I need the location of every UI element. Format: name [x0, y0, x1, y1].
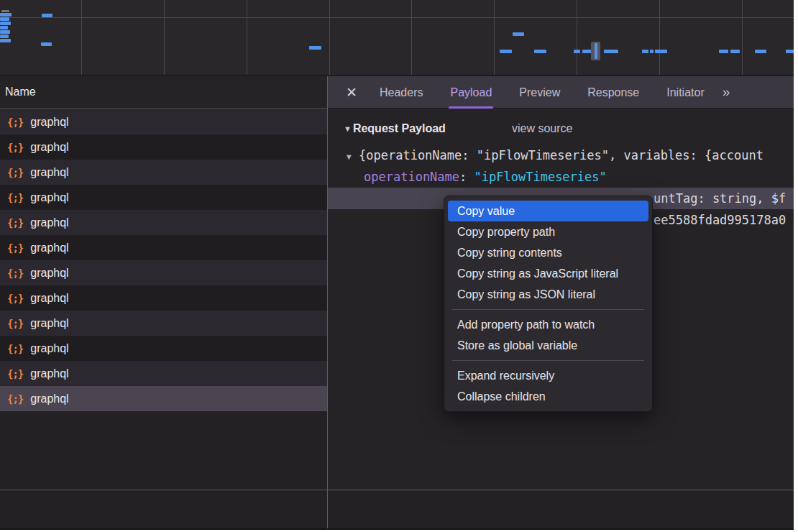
network-overview[interactable]: [0, 0, 794, 75]
menu-item-collapse-children[interactable]: Collapse children: [448, 386, 648, 407]
request-row[interactable]: {;}graphql: [0, 160, 327, 185]
request-row[interactable]: {;}graphql: [0, 185, 327, 210]
request-row[interactable]: {;}graphql: [0, 109, 327, 134]
menu-item-store-as-global-variable[interactable]: Store as global variable: [448, 335, 648, 356]
property-value-continuation: untTag: string, $f: [653, 188, 786, 209]
json-braces-icon: {;}: [7, 393, 23, 405]
menu-item-expand-recursively[interactable]: Expand recursively: [448, 365, 648, 386]
request-row[interactable]: {;}graphql: [0, 260, 327, 285]
overview-gridline: [494, 0, 495, 75]
waterfall-bar: [42, 14, 52, 17]
tab-headers[interactable]: Headers: [366, 76, 436, 109]
devtools-window: Name ✕ HeadersPayloadPreviewResponseInit…: [0, 0, 794, 530]
property-key: operationName: [364, 170, 459, 184]
request-name-label: graphql: [30, 242, 68, 254]
payload-preview-text: {operationName: "ipFlowTimeseries", vari…: [359, 148, 763, 162]
request-name-label: graphql: [30, 367, 68, 380]
waterfall-bar: [582, 50, 591, 53]
request-row[interactable]: {;}graphql: [0, 361, 327, 386]
menu-separator: [452, 360, 644, 361]
footer-area: [0, 490, 794, 530]
property-value-continuation: ee5588fdad995178a0: [653, 209, 786, 231]
json-braces-icon: {;}: [7, 116, 23, 128]
tab-preview[interactable]: Preview: [505, 76, 574, 109]
waterfall-bar: [786, 50, 794, 53]
request-row[interactable]: {;}graphql: [0, 311, 327, 336]
waterfall-bar: [309, 46, 321, 50]
collapse-triangle-icon: ▼: [347, 147, 359, 166]
name-column-label: Name: [5, 86, 36, 98]
overview-gridline: [164, 0, 165, 75]
request-payload-title[interactable]: ▼Request Payload: [344, 118, 446, 139]
request-row[interactable]: {;}graphql: [0, 134, 327, 160]
waterfall-bar: [655, 50, 667, 53]
request-name-label: graphql: [30, 216, 68, 229]
menu-item-copy-string-as-javascript-literal[interactable]: Copy string as JavaScript literal: [448, 263, 648, 284]
overview-gridline: [659, 0, 660, 75]
waterfall-bar: [500, 50, 512, 53]
json-braces-icon: {;}: [7, 142, 23, 153]
detail-tab-bar: ✕ HeadersPayloadPreviewResponseInitiator…: [327, 76, 794, 109]
tab-initiator[interactable]: Initiator: [653, 76, 717, 109]
waterfall-bar: [604, 50, 618, 53]
menu-item-copy-property-path[interactable]: Copy property path: [448, 221, 648, 242]
menu-item-copy-value[interactable]: Copy value: [448, 201, 648, 221]
operation-name-row[interactable]: operationName: "ipFlowTimeseries": [328, 166, 794, 188]
waterfall-bar: [0, 39, 11, 42]
request-row[interactable]: {;}graphql: [0, 285, 327, 311]
tabs-container: HeadersPayloadPreviewResponseInitiator: [366, 76, 718, 109]
json-braces-icon: {;}: [7, 368, 23, 380]
request-name-label: graphql: [30, 141, 68, 154]
name-column-header[interactable]: Name: [0, 76, 327, 109]
tab-payload[interactable]: Payload: [436, 76, 505, 109]
menu-item-copy-string-contents[interactable]: Copy string contents: [448, 242, 648, 263]
json-braces-icon: {;}: [7, 192, 23, 203]
overview-gridline: [329, 0, 330, 75]
tab-response[interactable]: Response: [574, 76, 653, 109]
overview-gridline: [577, 0, 577, 75]
waterfall-bar: [41, 42, 52, 46]
json-braces-icon: {;}: [7, 293, 23, 304]
request-row[interactable]: {;}graphql: [0, 210, 327, 235]
waterfall-bar: [719, 50, 728, 53]
screenshot-root: Name ✕ HeadersPayloadPreviewResponseInit…: [0, 0, 798, 532]
json-braces-icon: {;}: [7, 343, 23, 354]
view-source-link[interactable]: view source: [512, 118, 572, 139]
request-row[interactable]: {;}graphql: [0, 235, 327, 260]
waterfall-bar: [730, 50, 740, 53]
waterfall-bar: [0, 13, 12, 17]
request-row[interactable]: {;}graphql: [0, 386, 327, 411]
request-payload-section: ▼Request Payload view source: [328, 118, 794, 139]
panel-divider[interactable]: [327, 76, 328, 530]
close-icon[interactable]: ✕: [337, 84, 366, 101]
waterfall-bar: [0, 26, 8, 29]
json-braces-icon: {;}: [7, 167, 23, 178]
waterfall-bar: [574, 50, 580, 53]
waterfall-bar: [650, 50, 653, 53]
waterfall-bar: [0, 22, 11, 25]
waterfall-bar: [1, 10, 9, 12]
request-name-label: graphql: [30, 116, 68, 129]
overview-selection-bar: [595, 43, 597, 59]
waterfall-bar: [755, 50, 766, 53]
json-braces-icon: {;}: [7, 242, 23, 254]
context-menu: Copy valueCopy property pathCopy string …: [444, 196, 653, 412]
request-name-label: graphql: [30, 342, 68, 355]
request-name-label: graphql: [30, 191, 68, 204]
request-name-label: graphql: [30, 393, 68, 405]
menu-item-copy-string-as-json-literal[interactable]: Copy string as JSON literal: [448, 284, 648, 305]
payload-preview-row[interactable]: ▼{operationName: "ipFlowTimeseries", var…: [328, 145, 794, 166]
property-value: "ipFlowTimeseries": [474, 170, 607, 184]
request-name-label: graphql: [30, 267, 68, 280]
menu-separator: [452, 309, 644, 310]
request-name-label: graphql: [30, 292, 68, 305]
menu-item-add-property-path-to-watch[interactable]: Add property path to watch: [448, 314, 648, 335]
json-braces-icon: {;}: [7, 217, 23, 229]
overview-gridline: [81, 0, 82, 75]
waterfall-bar: [0, 17, 9, 21]
collapse-triangle-icon: ▼: [344, 124, 352, 133]
request-list: {;}graphql{;}graphql{;}graphql{;}graphql…: [0, 109, 327, 411]
overview-gridline: [411, 0, 412, 75]
more-tabs-icon[interactable]: »: [723, 84, 729, 100]
request-row[interactable]: {;}graphql: [0, 336, 327, 361]
